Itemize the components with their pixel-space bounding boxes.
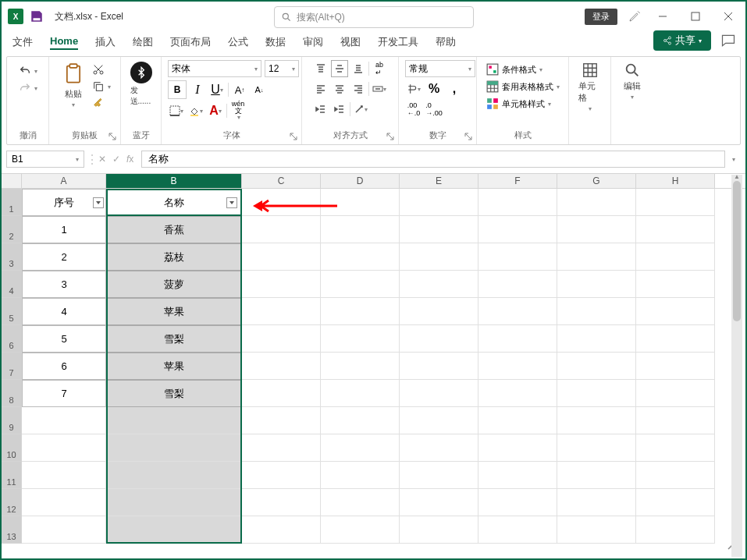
align-center-button[interactable]: [331, 80, 348, 97]
cell[interactable]: [242, 271, 321, 298]
tab-help[interactable]: 帮助: [436, 35, 456, 49]
tab-data[interactable]: 数据: [265, 35, 286, 49]
column-header-c[interactable]: C: [242, 174, 321, 188]
column-header-f[interactable]: F: [478, 174, 557, 188]
cell[interactable]: [478, 380, 557, 407]
cell[interactable]: [478, 325, 557, 353]
cell[interactable]: [636, 434, 715, 462]
cell[interactable]: [242, 325, 321, 353]
cell[interactable]: [242, 407, 321, 434]
cell[interactable]: [557, 407, 636, 434]
bluetooth-send-button[interactable]: 发送......: [127, 60, 155, 108]
cell[interactable]: 4: [22, 298, 106, 325]
cell[interactable]: [106, 407, 242, 434]
cell[interactable]: [557, 434, 636, 462]
tab-review[interactable]: 审阅: [303, 35, 323, 49]
cell[interactable]: [557, 353, 636, 380]
tab-formulas[interactable]: 公式: [228, 35, 248, 49]
row-header[interactable]: 8: [2, 380, 22, 407]
decrease-font-button[interactable]: A↓: [251, 81, 268, 98]
font-size-select[interactable]: 12▾: [265, 60, 299, 77]
column-header-g[interactable]: G: [557, 174, 636, 188]
cell[interactable]: [478, 216, 557, 243]
cell[interactable]: [22, 462, 106, 489]
tab-dev[interactable]: 开发工具: [378, 35, 418, 49]
cell[interactable]: [400, 243, 478, 271]
cell[interactable]: [321, 353, 400, 380]
tab-file[interactable]: 文件: [12, 35, 33, 49]
tab-home[interactable]: Home: [50, 35, 78, 50]
formula-input[interactable]: 名称: [141, 151, 725, 168]
cell[interactable]: 1: [22, 216, 106, 243]
column-header-h[interactable]: H: [636, 174, 715, 188]
login-button[interactable]: 登录: [585, 9, 617, 25]
cell[interactable]: [478, 434, 557, 462]
cell[interactable]: [242, 298, 321, 325]
cell[interactable]: [22, 434, 106, 462]
cell[interactable]: 荔枝: [106, 243, 242, 271]
row-header[interactable]: 12: [2, 489, 22, 516]
tab-insert[interactable]: 插入: [95, 35, 116, 49]
row-header[interactable]: 2: [2, 216, 22, 243]
cell[interactable]: [106, 489, 242, 516]
cell[interactable]: [400, 380, 478, 407]
select-all-button[interactable]: [2, 174, 22, 188]
row-header[interactable]: 13: [2, 516, 22, 544]
alignment-launcher-icon[interactable]: [386, 132, 395, 141]
cell[interactable]: [478, 189, 557, 216]
cell[interactable]: [478, 407, 557, 434]
underline-button[interactable]: U▾: [208, 81, 226, 98]
cell[interactable]: [321, 189, 400, 216]
column-header-a[interactable]: A: [22, 174, 106, 188]
font-launcher-icon[interactable]: [289, 132, 298, 141]
row-header[interactable]: 7: [2, 353, 22, 380]
cell[interactable]: 菠萝: [106, 271, 242, 298]
column-header-d[interactable]: D: [321, 174, 400, 188]
cell[interactable]: [242, 216, 321, 243]
cells-button[interactable]: 单元格 ▾: [575, 60, 604, 114]
cell[interactable]: [557, 489, 636, 516]
cell[interactable]: [321, 271, 400, 298]
cell[interactable]: [478, 489, 557, 516]
cell[interactable]: 5: [22, 325, 106, 353]
format-painter-button[interactable]: [92, 97, 111, 110]
cell[interactable]: [242, 243, 321, 271]
bold-button[interactable]: B: [168, 80, 187, 99]
format-table-button[interactable]: 套用表格格式▾: [486, 80, 560, 93]
cell[interactable]: 苹果: [106, 353, 242, 380]
cell[interactable]: [557, 462, 636, 489]
fill-color-button[interactable]: ▾: [187, 102, 205, 119]
align-right-button[interactable]: [350, 80, 367, 97]
clipboard-launcher-icon[interactable]: [108, 132, 117, 141]
cell[interactable]: [400, 516, 478, 544]
cell-styles-button[interactable]: 单元格样式▾: [486, 97, 551, 110]
number-launcher-icon[interactable]: [464, 132, 473, 141]
cell[interactable]: [106, 516, 242, 544]
cell[interactable]: [400, 462, 478, 489]
cell[interactable]: [242, 489, 321, 516]
cell[interactable]: [106, 189, 242, 216]
cell[interactable]: [321, 434, 400, 462]
cell[interactable]: [22, 489, 106, 516]
align-bottom-button[interactable]: [350, 60, 367, 77]
cell[interactable]: [636, 353, 715, 380]
cell[interactable]: [400, 298, 478, 325]
pen-icon[interactable]: [628, 10, 641, 23]
cell[interactable]: [321, 243, 400, 271]
merge-button[interactable]: ▾: [371, 80, 388, 97]
cell[interactable]: [636, 325, 715, 353]
scroll-up-button[interactable]: ▲: [731, 172, 742, 181]
cell[interactable]: [400, 325, 478, 353]
cell[interactable]: [106, 434, 242, 462]
cell[interactable]: 雪梨: [106, 325, 242, 353]
cell[interactable]: 6: [22, 353, 106, 380]
cell[interactable]: 7: [22, 380, 106, 407]
minimize-button[interactable]: [652, 5, 674, 27]
cell[interactable]: [321, 462, 400, 489]
row-header[interactable]: 11: [2, 462, 22, 489]
column-header-b[interactable]: B: [106, 174, 242, 188]
cell[interactable]: [636, 462, 715, 489]
cell[interactable]: [478, 243, 557, 271]
cell[interactable]: [22, 516, 106, 544]
conditional-format-button[interactable]: 条件格式▾: [486, 63, 542, 76]
